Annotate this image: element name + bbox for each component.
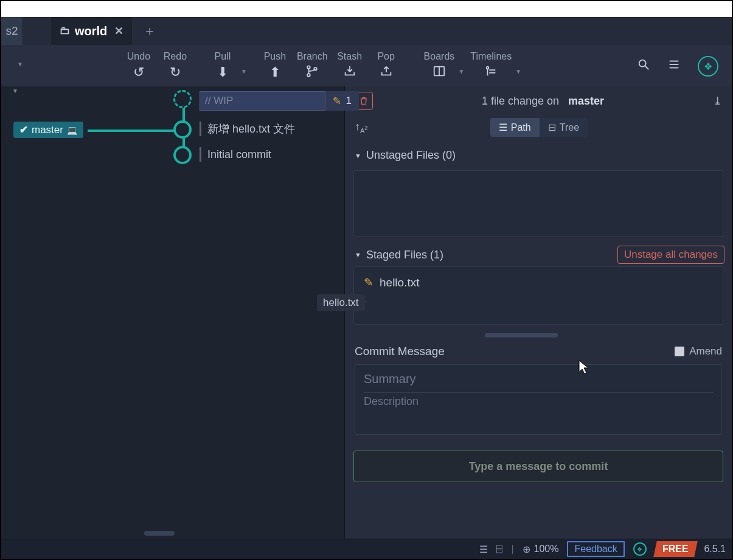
- window-titlebar: [1, 1, 732, 17]
- search-icon[interactable]: [637, 58, 650, 75]
- wip-count: 1: [346, 95, 352, 107]
- commit-message: Initial commit: [207, 148, 271, 161]
- boards-button[interactable]: Boards ▼: [420, 50, 459, 83]
- tab-bar: s2 🗀 world ✕ ＋: [1, 17, 732, 45]
- modified-icon: ✎: [364, 275, 373, 289]
- staged-file-name: hello.txt: [380, 276, 419, 289]
- toolbar: ▼ Undo ↺ Redo ↻ Pull ⬇︎ ▼ Push ⬆︎ Branch…: [1, 45, 732, 86]
- redo-icon: ↻: [170, 64, 181, 80]
- divider: [364, 392, 713, 393]
- commit-marker: [200, 122, 201, 136]
- collapse-panel-icon[interactable]: ⤓: [713, 94, 722, 108]
- file-tooltip: hello.txt: [317, 294, 365, 311]
- divider: |: [511, 544, 513, 555]
- caret-down-icon: ▼: [355, 251, 361, 258]
- commit-row[interactable]: Initial commit: [200, 147, 271, 162]
- zoom-value[interactable]: 100%: [534, 544, 559, 555]
- staged-file-row[interactable]: ✎ hello.txt: [361, 272, 715, 293]
- commit-row[interactable]: 新增 hello.txt 文件: [200, 122, 295, 136]
- version-label: 6.5.1: [704, 544, 726, 555]
- split-handle[interactable]: [485, 333, 558, 337]
- list-icon[interactable]: ☰: [479, 544, 488, 555]
- pop-label: Pop: [377, 51, 394, 62]
- stash-icon: [343, 64, 356, 81]
- tab-partial[interactable]: s2: [1, 17, 23, 45]
- timelines-button[interactable]: Timelines ▼: [467, 50, 515, 83]
- staged-files-box: ✎ hello.txt: [353, 266, 723, 325]
- svg-point-5: [487, 67, 489, 69]
- push-label: Push: [264, 51, 286, 62]
- panel-title-branch: master: [568, 95, 604, 107]
- unstaged-files-box: [353, 170, 723, 237]
- wip-row[interactable]: // WIP ✎ 1: [200, 91, 359, 111]
- svg-point-0: [307, 66, 310, 69]
- commit-message-box[interactable]: Summary Description: [355, 364, 722, 435]
- tab-label: world: [75, 24, 107, 38]
- branch-label: Branch: [297, 51, 328, 62]
- commit-graph: ▼ ✔ master 💻 // WIP ✎ 1 新增 hello.txt 文件: [1, 86, 345, 539]
- boards-icon: [433, 64, 446, 81]
- chevron-down-icon[interactable]: ▼: [241, 68, 247, 75]
- pencil-icon: ✎: [333, 95, 341, 108]
- pull-label: Pull: [215, 51, 231, 62]
- menu-icon[interactable]: [667, 58, 681, 75]
- status-bar: ☰ ⌸ | ⊕ 100% Feedback ❖ FREE 6.5.1: [1, 539, 732, 559]
- gift-icon[interactable]: ⌸: [496, 544, 502, 555]
- chevron-down-icon[interactable]: ▼: [458, 68, 464, 75]
- new-tab-button[interactable]: ＋: [137, 22, 162, 40]
- wip-node[interactable]: [173, 90, 192, 108]
- commit-message-label: Commit Message: [355, 345, 445, 358]
- graph-edge: [88, 130, 176, 132]
- pull-button[interactable]: Pull ⬇︎ ▼: [204, 50, 241, 81]
- unstaged-title: Unstaged Files (0): [366, 149, 456, 162]
- staged-section-header[interactable]: ▼ Staged Files (1): [345, 246, 453, 264]
- view-tree-button[interactable]: ⊟ Tree: [540, 118, 588, 137]
- tab-active[interactable]: 🗀 world ✕: [51, 17, 132, 45]
- tier-badge[interactable]: FREE: [653, 541, 697, 557]
- list-icon: ☰: [499, 122, 507, 133]
- view-tree-label: Tree: [560, 122, 579, 133]
- branch-tag-master[interactable]: ✔ master 💻: [13, 122, 83, 138]
- chevron-down-icon[interactable]: ▼: [515, 68, 521, 75]
- boards-label: Boards: [424, 51, 455, 62]
- redo-button[interactable]: Redo ↻: [157, 50, 193, 81]
- svg-point-9: [639, 60, 646, 67]
- pop-button[interactable]: Pop: [368, 50, 405, 83]
- laptop-icon: 💻: [67, 125, 77, 135]
- branch-tag-label: master: [32, 124, 63, 136]
- svg-line-10: [645, 66, 649, 70]
- unstaged-section-header[interactable]: ▼ Unstaged Files (0): [345, 143, 732, 168]
- checkbox-icon: [675, 347, 684, 356]
- stash-button[interactable]: Stash: [332, 50, 368, 83]
- undo-label: Undo: [127, 51, 150, 62]
- close-icon[interactable]: ✕: [114, 24, 123, 38]
- view-path-button[interactable]: ☰ Path: [490, 118, 540, 137]
- graph-dropdown[interactable]: ▼: [12, 88, 18, 94]
- description-input[interactable]: Description: [364, 395, 713, 408]
- repo-dropdown[interactable]: ▼: [17, 61, 23, 67]
- undo-button[interactable]: Undo ↺: [120, 50, 157, 81]
- pop-icon: [380, 64, 393, 81]
- commit-message: 新增 hello.txt 文件: [207, 122, 295, 136]
- amend-checkbox[interactable]: Amend: [675, 345, 722, 358]
- redo-label: Redo: [164, 51, 187, 62]
- app-logo-icon[interactable]: ❖: [633, 542, 647, 556]
- commit-node[interactable]: [173, 120, 192, 139]
- summary-input[interactable]: Summary: [364, 372, 713, 386]
- staged-title: Staged Files (1): [366, 249, 443, 261]
- commit-button[interactable]: Type a message to commit: [353, 451, 723, 482]
- zoom-icon[interactable]: ⊕: [523, 544, 530, 555]
- svg-point-1: [307, 74, 310, 77]
- feedback-button[interactable]: Feedback: [567, 541, 624, 557]
- unstage-all-button[interactable]: Unstage all changes: [617, 246, 724, 264]
- commit-node[interactable]: [173, 146, 192, 164]
- sort-icon[interactable]: ↑Az: [355, 120, 368, 134]
- amend-label: Amend: [689, 345, 722, 358]
- app-logo-icon[interactable]: ❖: [698, 56, 718, 77]
- check-icon: ✔: [19, 123, 28, 136]
- undo-icon: ↺: [133, 64, 144, 80]
- branch-button[interactable]: Branch: [293, 50, 332, 83]
- scrollbar-thumb[interactable]: [144, 531, 175, 536]
- push-button[interactable]: Push ⬆︎: [257, 50, 293, 81]
- commit-marker: [200, 147, 201, 162]
